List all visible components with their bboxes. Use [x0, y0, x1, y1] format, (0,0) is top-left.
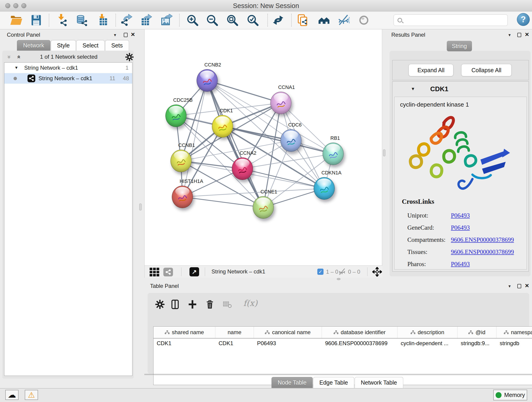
node-RB1[interactable] — [323, 143, 344, 165]
edge-CCNA2-CDKN1A[interactable] — [242, 169, 324, 188]
hide-glass-eye-button[interactable] — [336, 13, 351, 27]
network-overview-share-icon[interactable] — [163, 268, 173, 276]
gene-section-header[interactable]: ▼ CDK1 — [393, 82, 529, 96]
refresh-layout-button[interactable] — [271, 13, 285, 27]
table-cell[interactable]: 9606.ENSP00000378699 — [322, 340, 398, 346]
tree-expand-caret-icon[interactable]: ▼ — [14, 65, 18, 70]
tab-network[interactable]: Network — [17, 40, 51, 51]
node-CCNA2[interactable] — [232, 157, 253, 180]
string-import-button[interactable] — [296, 13, 310, 27]
open-in-new-window-icon[interactable]: ↗ — [190, 267, 199, 276]
import-network-button[interactable] — [55, 13, 69, 27]
node-CCNB1[interactable] — [171, 150, 191, 172]
column-header-namespace[interactable]: namespace — [496, 327, 532, 338]
right-splitter-handle[interactable] — [383, 149, 385, 156]
zoom-in-button[interactable] — [185, 13, 200, 27]
selected-items-checkbox[interactable]: ✓ — [317, 269, 323, 275]
results-panel-menu-button[interactable]: ▾ — [506, 32, 513, 38]
delete-table-icon[interactable] — [221, 298, 233, 310]
birds-eye-grid-icon[interactable] — [150, 268, 159, 276]
show-columns-icon[interactable] — [170, 298, 181, 310]
export-network-button[interactable] — [119, 13, 133, 27]
left-splitter-handle[interactable] — [139, 204, 142, 211]
hidden-items-icon[interactable] — [338, 268, 346, 276]
column-header-description[interactable]: description — [398, 327, 457, 338]
homology-homes-button[interactable] — [317, 13, 331, 27]
collapse-all-button[interactable]: Collapse All — [461, 64, 512, 76]
add-column-icon[interactable] — [186, 298, 198, 310]
crosslink-link[interactable]: 9606.ENSP00000378699 — [451, 249, 514, 255]
crosslink-link[interactable]: P06493 — [451, 212, 470, 219]
function-builder-button[interactable]: f(x) — [243, 298, 258, 308]
search-input[interactable] — [405, 16, 505, 25]
node-CDC6[interactable] — [280, 129, 302, 152]
tab-node-table[interactable]: Node Table — [272, 377, 313, 388]
column-header-canonical-name[interactable]: canonical name — [254, 327, 322, 338]
export-table-button[interactable] — [139, 13, 153, 27]
tab-select[interactable]: Select — [76, 40, 104, 51]
network-canvas[interactable]: CCNB2CCNA1CDC25BCDK1CDC6RB1CCNB1CCNA2CDK… — [145, 29, 382, 265]
expand-all-chevron-icon[interactable]: » — [14, 53, 22, 61]
control-panel-close-button[interactable]: × — [130, 31, 136, 38]
cloud-button[interactable]: ☁ — [5, 390, 19, 400]
node-HIST1H1A[interactable] — [172, 186, 193, 208]
table-cell[interactable]: CDK1 — [215, 340, 254, 346]
edge-CDK1-RB1[interactable] — [222, 126, 333, 154]
results-panel-float-button[interactable] — [516, 32, 522, 38]
import-network-from-database-button[interactable] — [74, 13, 89, 27]
column-header-name[interactable]: name — [215, 327, 254, 338]
column-header-@id[interactable]: @id — [457, 327, 496, 338]
table-panel-close-button[interactable]: × — [524, 282, 530, 289]
table-panel-float-button[interactable] — [516, 283, 522, 289]
network-options-gear-icon[interactable] — [124, 52, 135, 62]
expand-all-button[interactable]: Expand All — [409, 64, 453, 76]
table-row[interactable]: CDK1CDK1P064939606.ENSP00000378699cyclin… — [153, 338, 532, 348]
section-collapse-caret-icon[interactable]: ▼ — [411, 86, 415, 91]
horizontal-splitter-handle[interactable] — [337, 278, 341, 280]
table-settings-gear-icon[interactable] — [154, 298, 166, 310]
table-panel-menu-button[interactable]: ▾ — [506, 283, 513, 289]
zoom-out-button[interactable] — [205, 13, 220, 27]
crosslink-link[interactable]: 9606.ENSP00000378699 — [451, 236, 514, 243]
import-table-button[interactable] — [95, 13, 110, 27]
collapse-all-chevron-icon[interactable]: » — [5, 53, 13, 61]
fit-content-crosshair-icon[interactable] — [372, 267, 382, 277]
edge-CCNB2-CCNA1[interactable] — [207, 80, 281, 103]
delete-column-trash-icon[interactable] — [204, 298, 216, 310]
tab-style[interactable]: Style — [51, 40, 76, 51]
edge-HIST1H1A-CCNE1[interactable] — [182, 197, 263, 207]
zoom-selected-button[interactable] — [245, 13, 260, 27]
node-CCNB2[interactable] — [196, 69, 218, 92]
export-image-button[interactable] — [159, 13, 174, 27]
table-cell[interactable]: cyclin-dependent ... — [398, 340, 457, 346]
column-header-shared-name[interactable]: shared name — [153, 327, 215, 338]
eye-lens-button[interactable] — [356, 13, 371, 27]
table-cell[interactable]: stringdb — [496, 340, 532, 346]
node-CDC25B[interactable] — [165, 104, 186, 127]
column-header-database-identifier[interactable]: database identifier — [322, 327, 398, 338]
control-panel-menu-button[interactable]: ▾ — [112, 32, 118, 38]
crosslink-link[interactable]: P06493 — [451, 261, 470, 268]
tab-network-table[interactable]: Network Table — [355, 377, 403, 388]
warnings-button[interactable]: ⚠ — [25, 390, 38, 400]
table-cell[interactable]: CDK1 — [153, 340, 215, 346]
edge-CCNB2-CCNE1[interactable] — [207, 80, 263, 207]
table-cell[interactable]: stringdb:9... — [457, 340, 496, 346]
open-session-button[interactable] — [9, 13, 23, 27]
node-CCNA1[interactable] — [270, 92, 291, 114]
save-session-button[interactable] — [29, 13, 44, 27]
crosslink-link[interactable]: P06493 — [451, 224, 470, 231]
tab-string[interactable]: String — [447, 41, 472, 51]
results-panel-close-button[interactable]: × — [524, 31, 530, 38]
help-button[interactable]: ? — [517, 13, 530, 26]
node-CCNE1[interactable] — [253, 196, 274, 219]
network-row[interactable]: String Network – cdk1 11 48 — [4, 73, 132, 84]
network-collection-row[interactable]: ▼ String Network – cdk1 1 — [4, 63, 132, 73]
control-panel-float-button[interactable] — [122, 32, 129, 38]
node-CDKN1A[interactable] — [314, 177, 335, 200]
tab-sets[interactable]: Sets — [105, 40, 129, 51]
node-CDK1[interactable] — [212, 115, 233, 138]
memory-button[interactable]: Memory — [493, 390, 527, 400]
tab-edge-table[interactable]: Edge Table — [313, 377, 354, 388]
table-cell[interactable]: P06493 — [254, 340, 322, 346]
